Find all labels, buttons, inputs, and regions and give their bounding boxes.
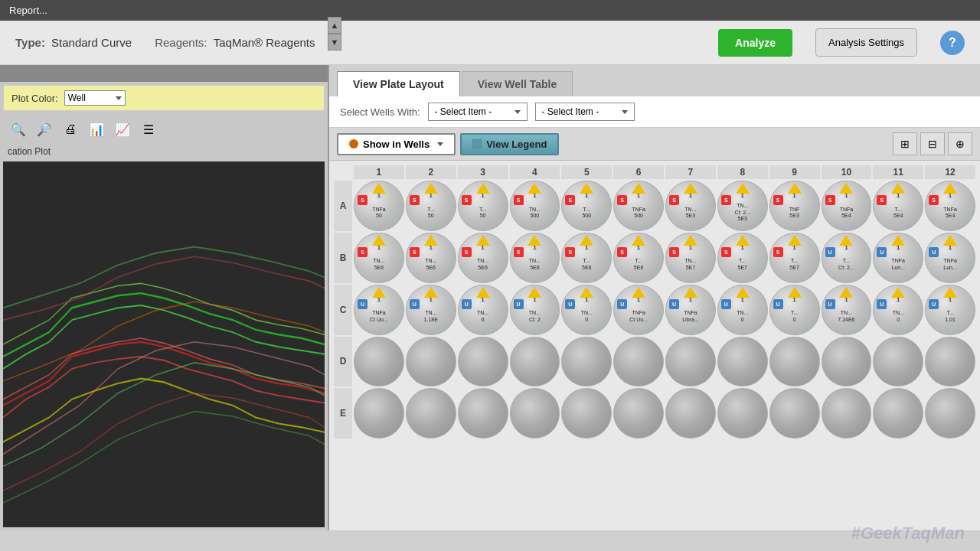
grid-deselect-btn[interactable]: ⊟	[920, 132, 945, 155]
well-cell[interactable]: 1UTN... 0	[561, 285, 612, 335]
well-cell[interactable]	[925, 388, 975, 439]
well-cell[interactable]: 1UTN... 0	[458, 285, 508, 335]
list-icon[interactable]: ☰	[138, 119, 159, 140]
well-cell[interactable]: 1UTN... 0	[873, 285, 923, 335]
well-cell[interactable]: 1UTNFa Lun...	[925, 233, 975, 283]
well-number: 1	[897, 296, 900, 303]
well-cell[interactable]: 1STN... 5E6	[458, 233, 508, 283]
well-cell[interactable]	[354, 388, 404, 439]
well-cell[interactable]	[406, 337, 456, 387]
well-cell[interactable]	[406, 388, 456, 439]
select-item-1-dropdown[interactable]: - Select Item -	[428, 103, 528, 121]
well-cell[interactable]: 1ST... 500	[561, 181, 612, 231]
plot-color-label: Plot Color:	[11, 93, 58, 104]
nav-down-arrow[interactable]: ▼	[328, 34, 341, 51]
well-cell[interactable]: 1UT... 1.01	[925, 285, 975, 335]
well-badge: S	[929, 195, 939, 205]
well-badge: S	[565, 195, 575, 205]
well-cell[interactable]: 1STNFa 50	[354, 181, 404, 231]
well-cell[interactable]: 1STN... 5E6	[354, 233, 404, 283]
well-text: T... 5E6	[632, 258, 645, 271]
well-cell[interactable]: 1STN... Ct: 2... 5E3	[717, 181, 768, 231]
well-badge: S	[669, 247, 679, 257]
well-cell[interactable]	[925, 337, 975, 387]
well-cell[interactable]	[665, 388, 716, 439]
well-cell[interactable]: 1ST... 5E6	[561, 233, 612, 283]
well-badge: S	[462, 195, 472, 205]
well-cell[interactable]	[510, 388, 560, 439]
show-in-wells-button[interactable]: Show in Wells	[337, 133, 456, 155]
well-cell[interactable]: 1STN... 5E7	[665, 233, 716, 283]
tab-plate-layout[interactable]: View Plate Layout	[337, 71, 460, 96]
analysis-settings-button[interactable]: Analysis Settings	[815, 28, 917, 57]
tab-well-table[interactable]: View Well Table	[462, 71, 573, 96]
well-cell[interactable]: 1ST... 5E4	[873, 181, 923, 231]
well-cell[interactable]	[613, 388, 664, 439]
well-cell[interactable]	[613, 337, 664, 387]
well-cell[interactable]	[458, 388, 508, 439]
well-badge: S	[617, 195, 627, 205]
well-badge: U	[617, 299, 627, 309]
well-cell[interactable]: 1UT... 0	[769, 285, 820, 335]
well-cell[interactable]	[822, 337, 872, 387]
well-cell[interactable]: 1STN... 5E6	[406, 233, 456, 283]
well-cell[interactable]	[717, 337, 768, 387]
well-badge: S	[721, 195, 731, 205]
well-cell[interactable]: 1ST... 50	[458, 181, 508, 231]
well-number: 1	[689, 244, 692, 251]
view-legend-button[interactable]: View Legend	[460, 133, 559, 155]
well-cell[interactable]: 1UTN... Ct: 2	[510, 285, 560, 335]
well-cell[interactable]	[873, 337, 923, 387]
well-cell[interactable]	[769, 388, 820, 439]
well-cell[interactable]: 1ST... 5E6	[613, 233, 664, 283]
well-cell[interactable]: 1STN... 5E6	[510, 233, 560, 283]
well-cell[interactable]: 1UTNFa Ct Uu...	[613, 285, 664, 335]
chart-icon[interactable]: 📈	[112, 119, 133, 140]
analyze-button[interactable]: Analyze	[718, 29, 792, 57]
nav-up-arrow[interactable]: ▲	[328, 17, 341, 34]
well-cell[interactable]: 1UTNFa Lun...	[873, 233, 923, 283]
zoom-out-icon[interactable]: 🔎	[34, 119, 55, 140]
well-cell[interactable]: 1STNFa 5E4	[822, 181, 872, 231]
print-icon[interactable]: 🖨	[60, 119, 81, 140]
well-cell[interactable]: 1UTN... 7.24E6	[822, 285, 872, 335]
grid-add-btn[interactable]: ⊕	[948, 132, 972, 155]
well-cell[interactable]: 1UTNFa Ct Uu...	[354, 285, 404, 335]
well-cell[interactable]: 1STN... 5E3	[665, 181, 716, 231]
zoom-in-icon[interactable]: 🔍	[8, 119, 29, 140]
well-cell[interactable]	[717, 388, 768, 439]
well-text: TNFa Lun...	[890, 258, 906, 271]
well-cell[interactable]: 1ST... 50	[406, 181, 456, 231]
well-cell[interactable]	[458, 337, 508, 387]
well-cell[interactable]: 1ST... 5E7	[717, 233, 768, 283]
help-button[interactable]: ?	[940, 31, 965, 55]
select-item-2-dropdown[interactable]: - Select Item -	[535, 103, 635, 121]
col-header: 7	[665, 165, 716, 179]
well-cell[interactable]: 1ST... 5E7	[769, 233, 820, 283]
circle-icon	[349, 139, 358, 148]
well-cell[interactable]: 1STNFa 500	[613, 181, 664, 231]
well-cell[interactable]	[354, 337, 404, 387]
well-cell[interactable]: 1UTN... 1.18E	[406, 285, 456, 335]
well-cell[interactable]: 1STNF 5E3	[769, 181, 820, 231]
well-cell[interactable]: 1UT... Ct: 2...	[822, 233, 872, 283]
well-cell[interactable]	[561, 388, 612, 439]
well-badge: S	[358, 247, 368, 257]
well-cell[interactable]: 1STN... 500	[510, 181, 560, 231]
well-badge: U	[721, 299, 731, 309]
col-header: 12	[925, 165, 975, 179]
well-cell[interactable]	[665, 337, 716, 387]
well-number: 1	[430, 244, 433, 251]
well-cell[interactable]	[510, 337, 560, 387]
well-cell[interactable]: 1UTN... 0	[717, 285, 768, 335]
export-icon[interactable]: 📊	[86, 119, 107, 140]
plot-color-dropdown[interactable]: Well	[64, 90, 126, 106]
well-cell[interactable]	[822, 388, 872, 439]
well-cell[interactable]	[561, 337, 612, 387]
well-cell[interactable]: 1UTNFa Libra...	[665, 285, 716, 335]
reagents-label: Reagents: TaqMan® Reagents	[155, 36, 695, 49]
grid-select-btn[interactable]: ⊞	[893, 132, 917, 155]
well-cell[interactable]	[769, 337, 820, 387]
well-cell[interactable]: 1STNFa 5E4	[925, 181, 975, 231]
well-cell[interactable]	[873, 388, 923, 439]
